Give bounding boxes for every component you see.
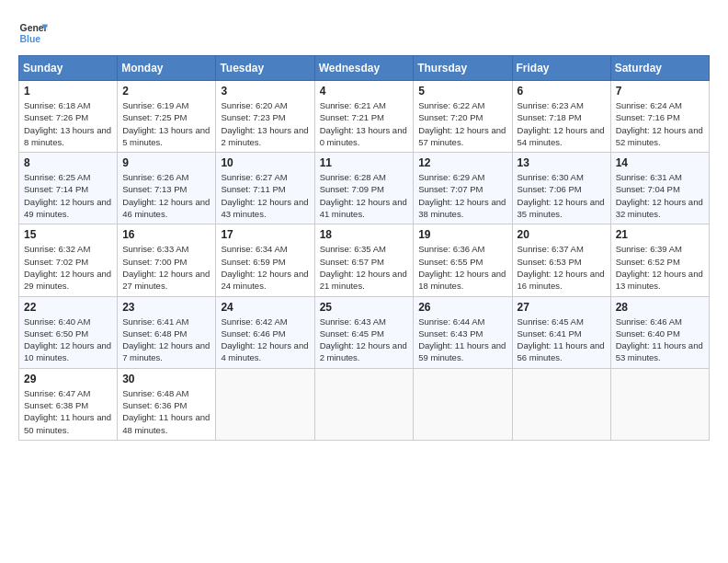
calendar-cell: 22 Sunrise: 6:40 AM Sunset: 6:50 PM Dayl… — [19, 296, 118, 368]
day-number: 4 — [320, 85, 409, 98]
calendar-cell: 16 Sunrise: 6:33 AM Sunset: 7:00 PM Dayl… — [118, 224, 216, 296]
day-info: Sunrise: 6:46 AM Sunset: 6:40 PM Dayligh… — [616, 316, 704, 364]
day-number: 27 — [518, 301, 606, 314]
calendar-cell: 19 Sunrise: 6:36 AM Sunset: 6:55 PM Dayl… — [414, 224, 512, 296]
day-info: Sunrise: 6:25 AM Sunset: 7:14 PM Dayligh… — [24, 171, 112, 220]
calendar-cell: 20 Sunrise: 6:37 AM Sunset: 6:53 PM Dayl… — [512, 224, 610, 296]
day-info: Sunrise: 6:30 AM Sunset: 7:06 PM Dayligh… — [518, 171, 606, 220]
day-number: 17 — [221, 228, 309, 241]
calendar-cell: 5 Sunrise: 6:22 AM Sunset: 7:20 PM Dayli… — [414, 81, 512, 153]
page-header: General Blue — [18, 18, 710, 48]
day-number: 2 — [122, 85, 210, 98]
calendar-cell: 30 Sunrise: 6:48 AM Sunset: 6:36 PM Dayl… — [118, 368, 216, 440]
day-info: Sunrise: 6:43 AM Sunset: 6:45 PM Dayligh… — [320, 316, 409, 364]
calendar-cell: 25 Sunrise: 6:43 AM Sunset: 6:45 PM Dayl… — [314, 296, 414, 368]
day-info: Sunrise: 6:40 AM Sunset: 6:50 PM Dayligh… — [24, 316, 112, 364]
calendar-cell: 11 Sunrise: 6:28 AM Sunset: 7:09 PM Dayl… — [314, 153, 414, 224]
day-info: Sunrise: 6:24 AM Sunset: 7:16 PM Dayligh… — [616, 99, 704, 148]
calendar-cell: 6 Sunrise: 6:23 AM Sunset: 7:18 PM Dayli… — [512, 81, 610, 153]
calendar-cell: 4 Sunrise: 6:21 AM Sunset: 7:21 PM Dayli… — [314, 81, 414, 153]
calendar-cell: 24 Sunrise: 6:42 AM Sunset: 6:46 PM Dayl… — [216, 296, 314, 368]
day-info: Sunrise: 6:32 AM Sunset: 7:02 PM Dayligh… — [24, 243, 112, 292]
weekday-header-thursday: Thursday — [414, 56, 512, 81]
day-info: Sunrise: 6:20 AM Sunset: 7:23 PM Dayligh… — [221, 99, 309, 148]
day-number: 30 — [122, 373, 210, 385]
day-info: Sunrise: 6:47 AM Sunset: 6:38 PM Dayligh… — [24, 387, 112, 436]
day-info: Sunrise: 6:27 AM Sunset: 7:11 PM Dayligh… — [221, 171, 309, 220]
day-number: 5 — [418, 85, 506, 98]
calendar-cell — [216, 368, 314, 440]
day-number: 25 — [320, 301, 409, 314]
day-info: Sunrise: 6:35 AM Sunset: 6:57 PM Dayligh… — [320, 243, 409, 292]
calendar-cell: 18 Sunrise: 6:35 AM Sunset: 6:57 PM Dayl… — [314, 224, 414, 296]
calendar-cell: 13 Sunrise: 6:30 AM Sunset: 7:06 PM Dayl… — [512, 153, 610, 224]
day-number: 29 — [24, 373, 112, 385]
weekday-header-monday: Monday — [118, 56, 216, 81]
calendar-cell: 1 Sunrise: 6:18 AM Sunset: 7:26 PM Dayli… — [19, 81, 118, 153]
weekday-header-saturday: Saturday — [610, 56, 709, 81]
day-info: Sunrise: 6:45 AM Sunset: 6:41 PM Dayligh… — [518, 316, 606, 364]
day-number: 19 — [418, 228, 506, 241]
svg-text:Blue: Blue — [20, 34, 41, 44]
day-number: 1 — [24, 85, 112, 98]
weekday-header-row: SundayMondayTuesdayWednesdayThursdayFrid… — [19, 56, 710, 81]
calendar-cell: 12 Sunrise: 6:29 AM Sunset: 7:07 PM Dayl… — [414, 153, 512, 224]
day-info: Sunrise: 6:36 AM Sunset: 6:55 PM Dayligh… — [418, 243, 506, 292]
calendar-week-4: 22 Sunrise: 6:40 AM Sunset: 6:50 PM Dayl… — [19, 296, 710, 368]
calendar-cell — [610, 368, 709, 440]
weekday-header-friday: Friday — [512, 56, 610, 81]
day-info: Sunrise: 6:37 AM Sunset: 6:53 PM Dayligh… — [518, 243, 606, 292]
day-number: 24 — [221, 301, 309, 314]
day-number: 22 — [24, 301, 112, 314]
calendar-cell: 15 Sunrise: 6:32 AM Sunset: 7:02 PM Dayl… — [19, 224, 118, 296]
day-number: 13 — [518, 156, 606, 169]
day-info: Sunrise: 6:29 AM Sunset: 7:07 PM Dayligh… — [418, 171, 506, 220]
day-info: Sunrise: 6:21 AM Sunset: 7:21 PM Dayligh… — [320, 99, 409, 148]
calendar-week-5: 29 Sunrise: 6:47 AM Sunset: 6:38 PM Dayl… — [19, 368, 710, 440]
weekday-header-sunday: Sunday — [19, 56, 118, 81]
calendar-cell: 14 Sunrise: 6:31 AM Sunset: 7:04 PM Dayl… — [610, 153, 709, 224]
weekday-header-wednesday: Wednesday — [314, 56, 414, 81]
day-number: 6 — [518, 85, 606, 98]
day-info: Sunrise: 6:28 AM Sunset: 7:09 PM Dayligh… — [320, 171, 409, 220]
day-number: 7 — [616, 85, 704, 98]
calendar-week-3: 15 Sunrise: 6:32 AM Sunset: 7:02 PM Dayl… — [19, 224, 710, 296]
calendar-week-2: 8 Sunrise: 6:25 AM Sunset: 7:14 PM Dayli… — [19, 153, 710, 224]
calendar-cell: 7 Sunrise: 6:24 AM Sunset: 7:16 PM Dayli… — [610, 81, 709, 153]
calendar-cell: 21 Sunrise: 6:39 AM Sunset: 6:52 PM Dayl… — [610, 224, 709, 296]
calendar-cell: 9 Sunrise: 6:26 AM Sunset: 7:13 PM Dayli… — [118, 153, 216, 224]
calendar-cell: 29 Sunrise: 6:47 AM Sunset: 6:38 PM Dayl… — [19, 368, 118, 440]
calendar-cell: 28 Sunrise: 6:46 AM Sunset: 6:40 PM Dayl… — [610, 296, 709, 368]
calendar-cell — [414, 368, 512, 440]
day-info: Sunrise: 6:22 AM Sunset: 7:20 PM Dayligh… — [418, 99, 506, 148]
calendar-cell: 23 Sunrise: 6:41 AM Sunset: 6:48 PM Dayl… — [118, 296, 216, 368]
day-number: 9 — [122, 156, 210, 169]
logo-icon: General Blue — [18, 18, 48, 48]
calendar-cell: 2 Sunrise: 6:19 AM Sunset: 7:25 PM Dayli… — [118, 81, 216, 153]
calendar-cell: 8 Sunrise: 6:25 AM Sunset: 7:14 PM Dayli… — [19, 153, 118, 224]
day-number: 21 — [616, 228, 704, 241]
day-number: 15 — [24, 228, 112, 241]
day-number: 11 — [320, 156, 409, 169]
day-info: Sunrise: 6:39 AM Sunset: 6:52 PM Dayligh… — [616, 243, 704, 292]
calendar-cell: 3 Sunrise: 6:20 AM Sunset: 7:23 PM Dayli… — [216, 81, 314, 153]
day-info: Sunrise: 6:42 AM Sunset: 6:46 PM Dayligh… — [221, 316, 309, 364]
calendar-cell: 10 Sunrise: 6:27 AM Sunset: 7:11 PM Dayl… — [216, 153, 314, 224]
day-info: Sunrise: 6:34 AM Sunset: 6:59 PM Dayligh… — [221, 243, 309, 292]
day-number: 8 — [24, 156, 112, 169]
logo: General Blue — [18, 18, 48, 48]
calendar-cell: 27 Sunrise: 6:45 AM Sunset: 6:41 PM Dayl… — [512, 296, 610, 368]
calendar-table: SundayMondayTuesdayWednesdayThursdayFrid… — [18, 55, 710, 441]
day-info: Sunrise: 6:18 AM Sunset: 7:26 PM Dayligh… — [24, 99, 112, 148]
day-number: 26 — [418, 301, 506, 314]
day-info: Sunrise: 6:26 AM Sunset: 7:13 PM Dayligh… — [122, 171, 210, 220]
day-number: 14 — [616, 156, 704, 169]
weekday-header-tuesday: Tuesday — [216, 56, 314, 81]
day-info: Sunrise: 6:44 AM Sunset: 6:43 PM Dayligh… — [418, 316, 506, 364]
day-number: 23 — [122, 301, 210, 314]
calendar-cell — [512, 368, 610, 440]
calendar-cell: 26 Sunrise: 6:44 AM Sunset: 6:43 PM Dayl… — [414, 296, 512, 368]
day-info: Sunrise: 6:19 AM Sunset: 7:25 PM Dayligh… — [122, 99, 210, 148]
calendar-cell — [314, 368, 414, 440]
day-number: 12 — [418, 156, 506, 169]
